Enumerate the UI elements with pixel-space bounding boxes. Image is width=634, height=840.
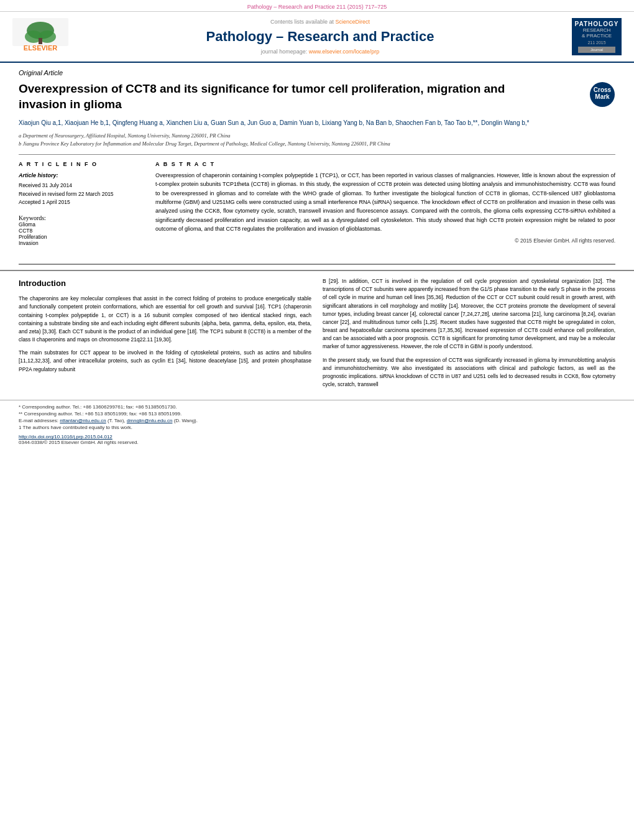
article-info-heading: A R T I C L E I N F O xyxy=(19,161,143,167)
introduction-heading: Introduction xyxy=(19,277,311,290)
article-meta-section: A R T I C L E I N F O Article history: R… xyxy=(19,161,615,254)
email-wang-link[interactable]: dmnglin@ntu.edu.cn xyxy=(127,418,173,423)
journal-citation: Pathology – Research and Practice 211 (2… xyxy=(247,4,387,10)
svg-text:Mark: Mark xyxy=(595,93,610,100)
body-para-3: B [29]. In addition, CCT is involved in … xyxy=(323,277,615,351)
footnote-doublestar: ** Corresponding author. Tel.: +86 513 8… xyxy=(19,411,615,417)
doi-link[interactable]: http://dx.doi.org/10.1016/j.prp.2015.04.… xyxy=(19,434,113,440)
keyword-1: Glioma xyxy=(19,221,143,228)
article-info-column: A R T I C L E I N F O Article history: R… xyxy=(19,161,143,254)
svg-text:ELSEVIER: ELSEVIER xyxy=(24,44,57,52)
journal-homepage: journal homepage: www.elsevier.com/locat… xyxy=(81,48,559,55)
journal-title: Pathology – Research and Practice xyxy=(81,29,559,45)
affiliations: a Department of Neurosurgery, Affiliated… xyxy=(19,132,615,148)
article-history: Article history: Received 31 July 2014 R… xyxy=(19,171,143,207)
divider-1 xyxy=(19,154,615,155)
keywords-section: Keywords: Glioma CCT8 Proliferation Inva… xyxy=(19,215,143,246)
copyright-notice: © 2015 Elsevier GmbH. All rights reserve… xyxy=(155,238,615,244)
authors: Xiaojun Qiu a,1, Xiaojuan He b,1, Qingfe… xyxy=(19,118,615,128)
history-block: Article history: Received 31 July 2014 R… xyxy=(19,171,143,207)
body-right-column: B [29]. In addition, CCT is involved in … xyxy=(323,277,615,394)
abstract-text: Overexpression of chaperonin containing … xyxy=(155,171,615,234)
issn-line: 0344-0338/© 2015 Elsevier GmbH. All righ… xyxy=(19,440,615,445)
article-type-label: Original Article xyxy=(19,69,615,76)
svg-text:Cross: Cross xyxy=(594,86,612,93)
footer-area: * Corresponding author. Tel.: +86 136062… xyxy=(0,400,634,450)
sciencedirect-label: Contents lists available at ScienceDirec… xyxy=(81,19,559,25)
sciencedirect-link[interactable]: ScienceDirect xyxy=(336,19,370,25)
keyword-4: Invasion xyxy=(19,240,143,246)
footnote-1: 1 The authors have contributed equally t… xyxy=(19,425,615,430)
divider-2 xyxy=(19,264,615,265)
homepage-link[interactable]: www.elsevier.com/locate/prp xyxy=(309,48,380,55)
body-para-2: The main substrates for CCT appear to be… xyxy=(19,349,311,374)
journal-header: ELSEVIER Contents lists available at Sci… xyxy=(0,12,634,63)
affiliation-a: a Department of Neurosurgery, Affiliated… xyxy=(19,132,615,140)
footnote-star: * Corresponding author. Tel.: +86 136062… xyxy=(19,404,615,410)
body-para-1: The chaperonins are key molecular comple… xyxy=(19,295,311,344)
email-tao-link[interactable]: nttantan@ntu.edu.cn xyxy=(60,418,106,423)
keyword-3: Proliferation xyxy=(19,234,143,240)
keyword-2: CCT8 xyxy=(19,228,143,234)
article-area: Original Article Overexpression of CCT8 … xyxy=(0,63,634,260)
body-left-column: Introduction The chaperonins are key mol… xyxy=(19,277,311,394)
journal-citation-bar: Pathology – Research and Practice 211 (2… xyxy=(0,0,634,12)
affiliation-b: b Jiangsu Province Key Laboratory for In… xyxy=(19,140,615,148)
svg-rect-4 xyxy=(39,38,42,44)
email-footnote: E-mail addresses: nttantan@ntu.edu.cn (T… xyxy=(19,418,615,423)
body-para-4: In the present study, we found that the … xyxy=(323,356,615,389)
elsevier-logo: ELSEVIER xyxy=(12,18,68,55)
article-title: Overexpression of CCT8 and its significa… xyxy=(19,81,528,112)
abstract-heading: A B S T R A C T xyxy=(155,161,615,167)
page: Pathology – Research and Practice 211 (2… xyxy=(0,0,634,840)
doi-section: http://dx.doi.org/10.1016/j.prp.2015.04.… xyxy=(19,434,615,440)
keywords-label: Keywords: xyxy=(19,215,143,221)
revised-date: Received in revised form 22 March 2015 xyxy=(19,190,143,199)
abstract-column: A B S T R A C T Overexpression of chaper… xyxy=(155,161,615,254)
journal-logo-right: PATHOLOGY RESEARCH & PRACTICE 211 2015 J… xyxy=(572,18,622,55)
accepted-date: Accepted 1 April 2015 xyxy=(19,198,143,207)
logo-title-line1: PATHOLOGY xyxy=(575,21,619,27)
body-content: Introduction The chaperonins are key mol… xyxy=(0,270,634,400)
history-label: Article history: xyxy=(19,171,143,180)
journal-center: Contents lists available at ScienceDirec… xyxy=(81,19,559,55)
received-date: Received 31 July 2014 xyxy=(19,182,143,190)
crossmark-badge: Cross Mark xyxy=(589,81,615,109)
